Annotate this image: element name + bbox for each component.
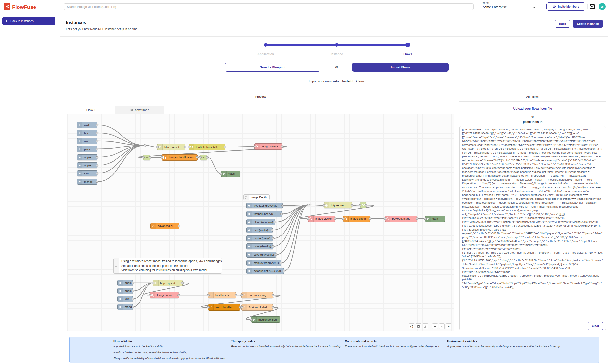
zoom-reset-button[interactable]: [439, 324, 445, 329]
zoom-out-button[interactable]: −: [432, 324, 438, 329]
node-port[interactable]: [271, 229, 274, 231]
flow-node[interactable]: image viewer: [308, 216, 335, 222]
flow-node[interactable]: http request: [324, 202, 352, 208]
import-flows-button[interactable]: Import Flows: [352, 63, 449, 72]
flow-node[interactable]: mango: [77, 179, 97, 185]
comment-node[interactable]: Using a retrained resnet model trained t…: [113, 258, 222, 273]
flow-node[interactable]: castle (greys): [246, 235, 273, 241]
node-port[interactable]: [207, 294, 210, 297]
node-port[interactable]: [272, 237, 274, 240]
node-port[interactable]: [307, 218, 309, 220]
download-button[interactable]: [423, 324, 428, 329]
node-port[interactable]: [369, 218, 371, 220]
node-port[interactable]: [323, 204, 325, 207]
node-port[interactable]: [184, 146, 186, 148]
flow-node[interactable]: football (hot A1>0): [246, 211, 282, 217]
step-dot-instance[interactable]: [335, 43, 338, 47]
node-port[interactable]: [253, 145, 256, 148]
node-port[interactable]: [206, 156, 208, 159]
node-port[interactable]: [280, 262, 282, 264]
flow-node[interactable]: fruit_classifier: [208, 304, 240, 311]
flow-node[interactable]: cave (density): [246, 244, 274, 249]
flow-node[interactable]: bird (viridis): [246, 227, 273, 233]
flow-node[interactable]: class: [221, 170, 240, 177]
flow-node[interactable]: cave (grayscale): [246, 252, 277, 258]
flow-node[interactable]: beer: [77, 130, 97, 136]
flow-node[interactable]: [143, 155, 150, 160]
node-port[interactable]: [96, 140, 98, 142]
step-dot-flows[interactable]: [405, 42, 410, 47]
node-port[interactable]: [240, 306, 243, 309]
flow-canvas[interactable]: wolfbeerowlplaneappleapplekiwimangohttp …: [67, 114, 454, 331]
node-port[interactable]: [424, 218, 427, 220]
node-port[interactable]: [240, 294, 243, 297]
flow-node[interactable]: apple: [118, 288, 133, 294]
node-port[interactable]: [199, 156, 201, 159]
node-port[interactable]: [96, 156, 98, 158]
flow-node[interactable]: image-depth: [343, 216, 370, 222]
copy-button[interactable]: [416, 324, 421, 329]
clear-button[interactable]: clear: [588, 322, 603, 330]
flow-node[interactable]: owl: [77, 138, 97, 144]
flow-node[interactable]: [360, 202, 366, 208]
flow-node[interactable]: topK 3, thres: 5%: [189, 144, 225, 150]
node-port[interactable]: [275, 254, 278, 256]
node-port[interactable]: [196, 156, 198, 159]
mail-icon[interactable]: [589, 4, 595, 10]
create-instance-button[interactable]: Create Instance: [573, 20, 603, 28]
flow-node[interactable]: apple: [118, 280, 133, 286]
node-port[interactable]: [272, 306, 274, 309]
flow-tab[interactable]: Flow 1: [67, 106, 115, 114]
flow-node[interactable]: mango: [118, 304, 133, 310]
node-port[interactable]: [250, 319, 252, 321]
flow-node[interactable]: image-classification: [162, 154, 198, 161]
back-button[interactable]: Back: [555, 20, 570, 28]
node-port[interactable]: [181, 282, 184, 284]
flow-node[interactable]: msg.undefined: [251, 316, 280, 323]
team-selector[interactable]: TEAM: Acme Enterprise: [483, 2, 543, 11]
node-port[interactable]: [207, 306, 210, 309]
flow-node[interactable]: advanced-ai: [150, 223, 179, 229]
node-port[interactable]: [96, 148, 98, 150]
node-port[interactable]: [280, 213, 283, 215]
flows-json-textarea[interactable]: [460, 126, 606, 330]
node-port[interactable]: [132, 298, 134, 300]
flow-node[interactable]: data: [425, 216, 445, 222]
search-input[interactable]: [64, 3, 474, 10]
flow-node[interactable]: apple: [77, 154, 97, 160]
flow-node[interactable]: tree (1ch greyscale): [246, 203, 283, 208]
flow-node[interactable]: fpreprocessing: [241, 292, 273, 299]
node-port[interactable]: [132, 306, 134, 308]
node-port[interactable]: [177, 294, 180, 297]
node-port[interactable]: [224, 146, 226, 148]
node-port[interactable]: [96, 124, 98, 126]
select-blueprint-button[interactable]: Select a Blueprint: [225, 63, 320, 72]
flow-node[interactable]: kiwi: [118, 296, 133, 302]
node-port[interactable]: [272, 246, 275, 247]
node-port[interactable]: [351, 204, 353, 207]
flow-node[interactable]: plane (rainbow): [246, 219, 276, 225]
node-port[interactable]: [281, 205, 284, 207]
flow-node[interactable]: wolf: [77, 122, 97, 128]
invite-members-button[interactable]: Invite Members: [546, 2, 585, 11]
node-port[interactable]: [220, 173, 223, 175]
flow-node[interactable]: fload labels: [208, 292, 236, 299]
node-port[interactable]: [152, 282, 154, 284]
node-port[interactable]: [342, 218, 344, 220]
node-port[interactable]: [142, 156, 145, 159]
wire-junction[interactable]: [144, 144, 146, 146]
step-dot-application[interactable]: [264, 43, 267, 47]
node-port[interactable]: [272, 294, 274, 297]
node-port[interactable]: [178, 225, 180, 227]
node-port[interactable]: [416, 218, 418, 220]
node-port[interactable]: [274, 221, 277, 223]
node-port[interactable]: [96, 181, 98, 183]
node-port[interactable]: [96, 172, 98, 174]
flow-node[interactable]: image viewer: [254, 143, 282, 150]
comment-node[interactable]: Image Depth: [243, 195, 270, 200]
wire-junction[interactable]: [307, 204, 310, 206]
node-port[interactable]: [161, 156, 163, 159]
node-port[interactable]: [283, 270, 285, 272]
flow-node[interactable]: plane: [77, 146, 97, 152]
node-port[interactable]: [384, 218, 386, 220]
